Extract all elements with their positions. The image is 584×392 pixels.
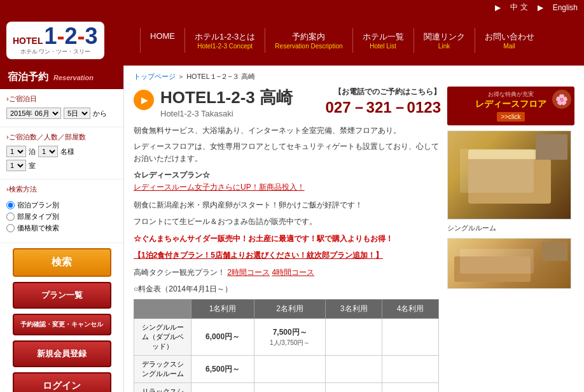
nights-select[interactable]: 1 — [6, 146, 26, 157]
table-row: シングルルーム（ダブルベッド） 6,000円～ 7,500円～1人/3,750円… — [134, 319, 439, 356]
bed-shape — [468, 159, 551, 204]
lang-sep: ▶ — [538, 3, 543, 12]
meisama-label: 名様 — [60, 147, 74, 157]
price-single-double-3 — [326, 319, 382, 356]
nav-contact-sub: Mail — [485, 43, 534, 50]
ladies-highlight: ☆レディースプラン☆ — [134, 169, 441, 181]
rooms-row: 1 室 — [6, 160, 117, 171]
table-row: リラックスシングルルーム 6,500円～ — [134, 383, 439, 392]
main-nav: HOME ホテル1-2-3とはHotel1-2-3 Concept 予約案内Re… — [140, 28, 578, 53]
haku-label: 泊 — [29, 147, 36, 157]
sidebar-title-text: 宿泊予約 — [8, 71, 48, 84]
phone-label: 【お電話でのご予約はこちら】 — [326, 87, 441, 97]
room-photo-1 — [447, 130, 571, 220]
radio-plan[interactable] — [6, 201, 15, 209]
rooms-select[interactable]: 1 — [6, 160, 26, 171]
nav-contact-label: お問い合わせ — [485, 32, 534, 41]
ladies-link[interactable]: レディースルーム女子力さらにUP！新商品投入！ — [134, 183, 305, 192]
price-relax-1: 6,500円～ — [191, 383, 254, 392]
taxi-link2[interactable]: 4時間コース — [272, 268, 314, 277]
banner-click-btn[interactable]: >>click — [497, 112, 524, 122]
year-month-select[interactable]: 2015年 06月 — [6, 108, 61, 119]
col-room — [134, 300, 191, 319]
col-1person: 1名利用 — [191, 300, 254, 319]
plan-link[interactable]: 【1泊2食付きプラン！5店舗よりお選びください！紋次郎プラン追加！】 — [134, 251, 383, 260]
phone-number: 027－321－0123 — [326, 97, 441, 118]
checkin-row: 2015年 06月 5日 から — [6, 108, 117, 119]
tv-shape — [536, 134, 567, 160]
search-method-label: ›検索方法 — [6, 185, 117, 194]
logo-sub: ホテル ワン・ツー・スリー — [20, 48, 91, 56]
sidebar-title-en: Reservation — [53, 74, 94, 81]
radio-price-label[interactable]: 価格順で検索 — [6, 223, 117, 233]
phone-block: 【お電話でのご予約はこちら】 027－321－0123 — [326, 87, 441, 118]
top-bar: ▶ 中 文 ▶ English — [0, 0, 584, 15]
header: HOTEL 1-2-3 ホテル ワン・ツー・スリー HOME ホテル1-2-3と… — [0, 15, 584, 66]
logo-num: 1-2-3 — [44, 25, 97, 48]
nav-home[interactable]: HOME — [140, 28, 184, 53]
lang-en-link[interactable]: English — [553, 3, 578, 12]
nav-about[interactable]: ホテル1-2-3とはHotel1-2-3 Concept — [184, 28, 265, 53]
price-deluxe-1: 6,500円～ — [191, 356, 254, 383]
logo-area[interactable]: HOTEL 1-2-3 ホテル ワン・ツー・スリー — [6, 22, 134, 59]
reservation-button[interactable]: 予約確認・変更・キャンセル — [13, 314, 111, 335]
lang-cn-link[interactable]: 中 文 — [510, 2, 527, 13]
content-right: お得な特典が充実 レディースフロア >>click 🌸 — [447, 87, 574, 392]
room-caption: シングルルーム — [447, 223, 574, 233]
logo-hotel: HOTEL — [13, 36, 43, 46]
play-icon[interactable] — [134, 90, 154, 110]
radio-price-text: 価格順で検索 — [17, 223, 59, 233]
plan-list-button[interactable]: プラン一覧 — [13, 282, 111, 309]
nav-links[interactable]: 関連リンクLink — [414, 28, 475, 53]
day-select[interactable]: 5日 — [64, 108, 90, 119]
nav-reservation-label: 予約案内 — [292, 32, 325, 41]
cider-text: ☆ぐんまちゃんサイダー販売中！お土産に最適です！駅で購入よりもお得！ — [134, 232, 441, 245]
radio-price[interactable] — [6, 224, 15, 232]
breadcrumb-top-link[interactable]: トップページ — [134, 73, 176, 80]
desc3: 朝食に新潟産お米・県内産卵がスタート！卵かけご飯が好評です！ — [134, 199, 441, 211]
price-header: ○料金表（2014年4月1日～） — [134, 283, 441, 295]
nav-home-label: HOME — [150, 31, 175, 41]
price-deluxe-2 — [254, 356, 326, 383]
nav-links-label: 関連リンク — [424, 32, 465, 41]
people-select[interactable]: 1 — [38, 146, 58, 157]
desc1: 朝食無料サービス、大浴場あり、インターネット全室完備、禁煙フロアあり。 — [134, 125, 441, 137]
radio-roomtype-label[interactable]: 部屋タイプ別 — [6, 212, 117, 221]
price-single-double-2: 7,500円～1人/3,750円～ — [254, 319, 326, 356]
content: トップページ ＞ HOTEL１−２−３ 高崎 HOTEL1-2-3 高崎 Hot… — [124, 66, 584, 392]
room-relax: リラックスシングルルーム — [134, 383, 191, 392]
nav-links-sub: Link — [424, 43, 465, 50]
register-button[interactable]: 新規会員登録 — [13, 340, 111, 367]
nav-list[interactable]: ホテル一覧Hotel List — [352, 28, 414, 53]
nav-contact[interactable]: お問い合わせMail — [475, 28, 544, 53]
breadcrumb: トップページ ＞ HOTEL１−２−３ 高崎 — [134, 72, 574, 81]
price-deluxe-3 — [326, 356, 382, 383]
taxi-link1[interactable]: 2時間コース — [227, 268, 270, 277]
search-button[interactable]: 検索 — [13, 248, 111, 277]
radio-plan-text: 宿泊プラン別 — [17, 200, 59, 210]
radio-plan-label[interactable]: 宿泊プラン別 — [6, 200, 117, 210]
shitsu-label: 室 — [29, 161, 36, 171]
room-photo-2 — [447, 238, 571, 289]
nav-reservation[interactable]: 予約案内Reservation Description — [265, 28, 352, 53]
price-single-double-1: 6,000円～ — [191, 319, 254, 356]
lang-cn-icon: ▶ — [495, 3, 501, 12]
nav-list-label: ホテル一覧 — [363, 32, 404, 41]
breadcrumb-sep: ＞ — [177, 73, 184, 80]
radio-group: 宿泊プラン別 部屋タイプ別 価格順で検索 — [6, 198, 117, 237]
taxi-text: 高崎タクシー観光プラン！ — [134, 268, 225, 277]
radio-roomtype[interactable] — [6, 213, 15, 221]
radio-roomtype-text: 部屋タイプ別 — [17, 212, 59, 221]
sidebar: 宿泊予約 Reservation ›ご宿泊日 2015年 06月 5日 から ›… — [0, 66, 124, 392]
price-relax-3 — [326, 383, 382, 392]
nav-about-label: ホテル1-2-3とは — [195, 32, 255, 41]
price-relax-2 — [254, 383, 326, 392]
desc2: レディースフロアは、女性専用フロアとしてセキュリティゲートも設置しており、心して… — [134, 141, 441, 165]
ladies-floor-banner[interactable]: お得な特典が充実 レディースフロア >>click 🌸 — [447, 87, 574, 125]
nav-reservation-sub: Reservation Description — [275, 43, 342, 50]
breadcrumb-current: HOTEL１−２−３ 高崎 — [186, 73, 255, 80]
nav-about-sub: Hotel1-2-3 Concept — [195, 43, 255, 50]
login-button[interactable]: ログイン — [13, 372, 111, 392]
logo-box: HOTEL 1-2-3 ホテル ワン・ツー・スリー — [6, 22, 104, 59]
price-table-wrapper: 1名利用 2名利用 3名利用 4名利用 シングルルーム（ダブルベッド） 6,00… — [134, 299, 441, 392]
